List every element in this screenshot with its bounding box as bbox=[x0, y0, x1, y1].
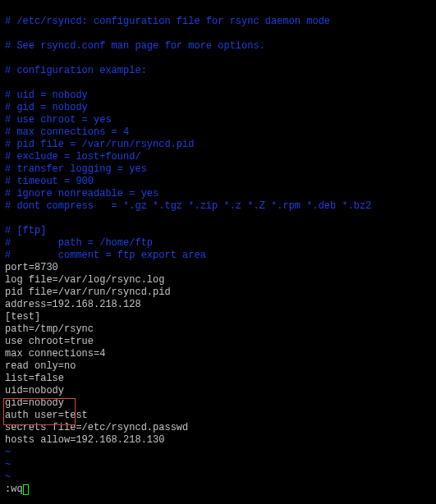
config-line: log file=/var/log/rsync.log bbox=[5, 274, 164, 286]
config-comment: # transfer logging = yes bbox=[5, 163, 147, 175]
config-line: path=/tmp/rsync bbox=[5, 323, 94, 335]
config-comment: # configuration example: bbox=[5, 65, 147, 76]
config-line: auth user=test bbox=[5, 410, 88, 421]
config-line: gid=nobody bbox=[5, 397, 64, 409]
terminal-editor[interactable]: # /etc/rsyncd: configuration file for rs… bbox=[0, 0, 436, 499]
config-comment: # uid = nobody bbox=[5, 89, 88, 101]
empty-line-tilde: ~ bbox=[5, 447, 11, 458]
vim-command-text: :wq bbox=[5, 483, 23, 495]
config-comment: # max connections = 4 bbox=[5, 126, 129, 138]
config-comment: # gid = nobody bbox=[5, 102, 88, 113]
cursor-icon bbox=[23, 484, 29, 495]
config-comment: # dont compress = *.gz *.tgz *.zip *.z *… bbox=[5, 200, 371, 212]
config-line: secrets file=/etc/rsyncd.passwd bbox=[5, 422, 188, 433]
config-line: port=8730 bbox=[5, 262, 58, 273]
config-line: address=192.168.218.128 bbox=[5, 299, 141, 310]
config-line: read only=no bbox=[5, 360, 76, 372]
config-comment: # comment = ftp export area bbox=[5, 250, 206, 261]
config-line: pid file=/var/run/rsyncd.pid bbox=[5, 286, 171, 298]
config-comment: # /etc/rsyncd: configuration file for rs… bbox=[5, 16, 330, 27]
config-line: use chroot=true bbox=[5, 336, 94, 347]
empty-line-tilde: ~ bbox=[5, 459, 11, 470]
config-line: hosts allow=192.168.218.130 bbox=[5, 434, 164, 446]
config-comment: # [ftp] bbox=[5, 225, 46, 236]
config-comment: # timeout = 900 bbox=[5, 176, 94, 187]
config-line: uid=nobody bbox=[5, 385, 64, 396]
config-comment: # path = /home/ftp bbox=[5, 237, 153, 249]
config-comment: # exclude = lost+found/ bbox=[5, 151, 141, 163]
config-comment: # ignore nonreadable = yes bbox=[5, 188, 158, 199]
empty-line-tilde: ~ bbox=[5, 471, 11, 483]
config-line: list=false bbox=[5, 373, 64, 384]
config-comment: # See rsyncd.conf man page for more opti… bbox=[5, 40, 265, 52]
config-comment: # pid file = /var/run/rsyncd.pid bbox=[5, 139, 194, 150]
config-line: max connections=4 bbox=[5, 348, 105, 360]
config-line: [test] bbox=[5, 311, 40, 323]
vim-command-line[interactable]: :wq bbox=[5, 483, 29, 495]
config-comment: # use chroot = yes bbox=[5, 114, 112, 126]
